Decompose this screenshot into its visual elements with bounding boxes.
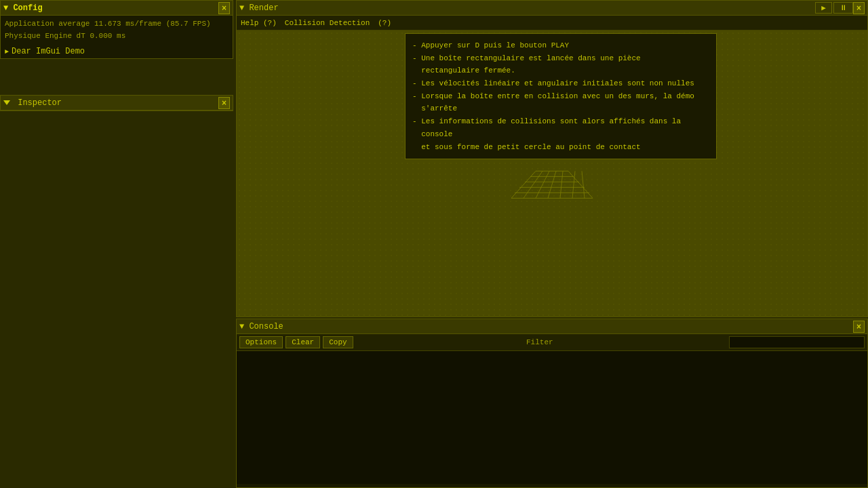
inspector-arrow-icon: [3, 100, 10, 105]
console-close-button[interactable]: ×: [853, 321, 865, 333]
info-line-1: - Appuyer sur D puis le bouton PLAY: [412, 39, 709, 52]
info-line-4: - Les vélocités linéaire et angulaire in…: [412, 77, 709, 90]
console-toolbar: Options Clear Copy Filter: [237, 334, 867, 351]
stat-physics: Physique Engine dT 0.000 ms: [5, 30, 229, 43]
render-panel: ▼ Render ▶ ⏸ × Help (?) Collision Detect…: [236, 0, 868, 317]
svg-line-13: [568, 171, 593, 198]
info-overlay: - Appuyer sur D puis le bouton PLAY - Un…: [405, 33, 717, 159]
config-title-bar: ▼ Config ×: [1, 1, 233, 16]
svg-line-7: [524, 171, 542, 198]
play-button[interactable]: ▶: [815, 2, 832, 14]
svg-line-6: [511, 171, 536, 198]
pause-button[interactable]: ⏸: [833, 2, 853, 14]
info-line-6: s'arrête: [412, 102, 709, 115]
console-title-bar: ▼ Console ×: [237, 319, 867, 334]
copy-button[interactable]: Copy: [323, 336, 353, 348]
render-close-button[interactable]: ×: [853, 2, 865, 14]
info-line-8: console: [412, 128, 709, 141]
info-line-5: - Lorsque la boîte entre en collision av…: [412, 90, 709, 103]
info-line-7: - Les informations de collisions sont al…: [412, 115, 709, 128]
filter-input[interactable]: [729, 336, 865, 348]
config-panel: ▼ Config × Application average 11.673 ms…: [0, 0, 233, 59]
svg-line-8: [536, 171, 549, 198]
inspector-title: Inspector: [3, 98, 62, 108]
svg-line-12: [582, 171, 585, 198]
render-menu-bar: Help (?) Collision Detection (?): [237, 16, 867, 30]
config-title: ▼ Config: [3, 3, 43, 13]
info-line-2: - Une boîte rectangulaire est lancée dan…: [412, 52, 709, 65]
stat-fps: Application average 11.673 ms/frame (85.…: [5, 18, 229, 30]
info-line-3: rectangulaire fermée.: [412, 64, 709, 77]
options-button[interactable]: Options: [239, 336, 283, 348]
inspector-title-bar: Inspector ×: [1, 96, 233, 110]
clear-button[interactable]: Clear: [285, 336, 320, 348]
svg-line-9: [548, 171, 556, 198]
console-title: ▼ Console: [239, 322, 283, 331]
inspector-panel: Inspector ×: [0, 95, 233, 111]
filter-label: Filter: [526, 338, 553, 346]
svg-line-11: [572, 171, 575, 198]
console-panel: ▼ Console × Options Clear Copy Filter: [236, 319, 868, 488]
svg-line-10: [560, 171, 563, 198]
cursor-indicator: (?): [378, 19, 391, 27]
console-output: [237, 351, 867, 484]
render-title-bar: ▼ Render ▶ ⏸ ×: [237, 1, 867, 16]
info-line-9: et sous forme de petit cercle au point d…: [412, 141, 709, 154]
render-title: ▼ Render: [239, 3, 279, 13]
sidebar-item-dear-imgui[interactable]: ► Dear ImGui Demo: [1, 45, 233, 58]
dear-label: Dear ImGui Demo: [12, 47, 85, 56]
help-menu-item[interactable]: Help (?): [241, 19, 277, 27]
dear-arrow-icon: ►: [5, 48, 9, 56]
config-close-button[interactable]: ×: [218, 2, 230, 14]
config-stats: Application average 11.673 ms/frame (85.…: [1, 16, 233, 45]
render-controls: ▶ ⏸: [815, 2, 853, 14]
collision-menu-item[interactable]: Collision Detection: [285, 19, 370, 27]
inspector-close-button[interactable]: ×: [218, 97, 230, 109]
